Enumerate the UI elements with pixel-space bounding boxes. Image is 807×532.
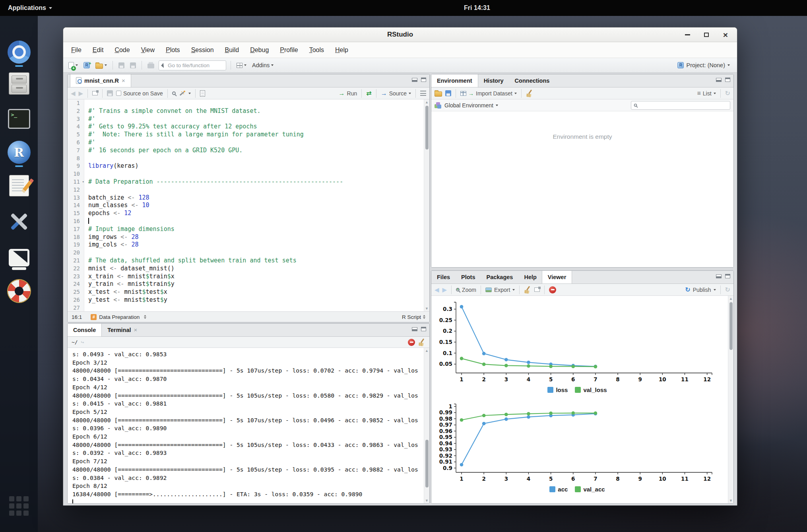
line-number[interactable]: 6	[68, 139, 84, 147]
forward-icon[interactable]: ▶	[442, 286, 447, 293]
clear-environment-icon[interactable]	[526, 90, 533, 97]
addins-button[interactable]: Addins	[251, 61, 275, 69]
code-line[interactable]: batch_size <- 128	[84, 194, 424, 202]
line-number[interactable]: 13	[68, 194, 84, 202]
save-workspace-icon[interactable]	[445, 90, 451, 96]
code-line[interactable]: epochs <- 12	[84, 210, 424, 217]
code-line[interactable]: # The data, shuffled and split between t…	[84, 257, 424, 265]
menu-session[interactable]: Session	[186, 47, 219, 54]
code-area[interactable]: 1234567891011▾12131415161718192021222324…	[68, 99, 424, 311]
console-scrollbar[interactable]: ▲ ▼	[424, 348, 429, 503]
close-button[interactable]: ×	[721, 31, 730, 39]
source-button[interactable]: → Source	[381, 90, 411, 97]
minimize-pane-icon[interactable]	[716, 78, 722, 82]
scroll-up-icon[interactable]: ▲	[424, 100, 429, 104]
line-number[interactable]: 19	[68, 241, 84, 249]
line-number[interactable]: 20	[68, 249, 84, 257]
forward-icon[interactable]: ▶	[79, 90, 83, 97]
menu-view[interactable]: View	[136, 47, 160, 54]
line-number[interactable]: 15	[68, 210, 84, 217]
console-output[interactable]: s: 0.0493 - val_acc: 0.9853Epoch 3/12480…	[68, 348, 424, 503]
run-button[interactable]: → Run	[339, 90, 357, 97]
find-replace-icon[interactable]	[172, 91, 176, 95]
code-line[interactable]: img_rows <- 28	[84, 233, 424, 241]
load-workspace-icon[interactable]	[435, 91, 442, 97]
code-line[interactable]: y_test <- mnist$test$y	[84, 296, 424, 304]
editor-scrollbar[interactable]: ▲ ▼	[424, 99, 429, 311]
code-line[interactable]: #'	[84, 139, 424, 147]
refresh-icon[interactable]: ↻	[725, 286, 730, 293]
code-line[interactable]	[84, 249, 424, 257]
scrollbar-thumb[interactable]	[425, 106, 429, 150]
back-icon[interactable]: ◀	[71, 90, 76, 97]
line-number[interactable]: 14	[68, 202, 84, 210]
maximize-pane-icon[interactable]	[421, 327, 426, 331]
line-number[interactable]: 3	[68, 115, 84, 123]
environment-scope-selector[interactable]: Global Environment	[444, 102, 498, 109]
scrollbar-thumb[interactable]	[729, 302, 733, 350]
code-tools-icon[interactable]	[179, 90, 185, 97]
code-line[interactable]: #' Gets to 99.25% test accuracy after 12…	[84, 123, 424, 131]
menu-plots[interactable]: Plots	[160, 47, 186, 54]
menu-tools[interactable]: Tools	[304, 47, 330, 54]
viewer-tab-plots[interactable]: Plots	[456, 270, 481, 283]
import-dataset-button[interactable]: → Import Dataset	[460, 90, 517, 97]
line-number[interactable]: 12	[68, 186, 84, 194]
menu-build[interactable]: Build	[219, 47, 245, 54]
save-all-button[interactable]	[129, 62, 137, 69]
open-in-new-window-icon[interactable]	[92, 91, 98, 95]
menu-profile[interactable]: Profile	[274, 47, 303, 54]
publish-button[interactable]: ↻ Publish	[685, 286, 716, 293]
line-number[interactable]: 22	[68, 265, 84, 273]
code-line[interactable]: y_train <- mnist$train$y	[84, 280, 424, 288]
line-number[interactable]: 25	[68, 288, 84, 296]
source-on-save-toggle[interactable]: Source on Save	[116, 90, 163, 97]
line-number[interactable]: 23	[68, 273, 84, 281]
code-line[interactable]: x_test <- mnist$test$x	[84, 288, 424, 296]
code-line[interactable]: library(keras)	[84, 162, 424, 170]
environment-search-input[interactable]	[631, 101, 730, 110]
line-number[interactable]: 8	[68, 155, 84, 163]
clear-console-icon[interactable]	[418, 339, 425, 346]
line-number[interactable]: 17	[68, 225, 84, 233]
console-tab-terminal[interactable]: Terminal×	[102, 323, 143, 336]
code-line[interactable]: # Input image dimensions	[84, 225, 424, 233]
code-line[interactable]	[84, 186, 424, 194]
clear-viewer-icon[interactable]	[524, 286, 531, 293]
viewer-tab-help[interactable]: Help	[518, 270, 542, 283]
line-number[interactable]: 4	[68, 123, 84, 131]
section-selector[interactable]: # Data Preparation	[91, 314, 146, 320]
line-number[interactable]: 24	[68, 280, 84, 288]
viewer-tab-files[interactable]: Files	[431, 270, 456, 283]
code-line[interactable]: num_classes <- 10	[84, 202, 424, 210]
minimize-pane-icon[interactable]	[412, 327, 417, 331]
clock[interactable]: Fri 14:31	[447, 4, 507, 12]
menu-file[interactable]: File	[66, 47, 87, 54]
tab-mnist-cnn[interactable]: mnist_cnn.R ×	[70, 74, 131, 87]
close-icon[interactable]: ×	[134, 326, 138, 333]
line-number[interactable]: 21	[68, 257, 84, 265]
scrollbar-thumb[interactable]	[425, 440, 429, 487]
line-number[interactable]: 16	[68, 217, 84, 225]
back-icon[interactable]: ◀	[435, 286, 439, 293]
code-line[interactable]: #' 16 seconds per epoch on a GRID K520 G…	[84, 147, 424, 155]
rerun-icon[interactable]: ⇄	[366, 90, 371, 97]
maximize-pane-icon[interactable]	[421, 78, 426, 82]
dock-item-terminal[interactable]: >_	[0, 109, 38, 129]
code-line[interactable]	[84, 217, 424, 225]
environment-tab-history[interactable]: History	[478, 74, 509, 87]
workspace-panes-button[interactable]	[235, 62, 248, 69]
scroll-up-icon[interactable]: ▲	[424, 349, 429, 353]
interrupt-button[interactable]	[408, 339, 415, 346]
code-line[interactable]	[84, 155, 424, 163]
line-number[interactable]: 5	[68, 131, 84, 139]
scroll-down-icon[interactable]: ▼	[728, 499, 733, 503]
line-number[interactable]: 7	[68, 147, 84, 155]
scroll-down-icon[interactable]: ▼	[424, 499, 429, 503]
line-number[interactable]: 27	[68, 304, 84, 311]
document-outline-icon[interactable]	[420, 91, 426, 96]
new-file-button[interactable]	[67, 61, 79, 70]
viewer-scrollbar[interactable]: ▲ ▼	[728, 296, 733, 503]
filetype-selector[interactable]: R Script	[402, 314, 425, 320]
line-number[interactable]: 9	[68, 162, 84, 170]
